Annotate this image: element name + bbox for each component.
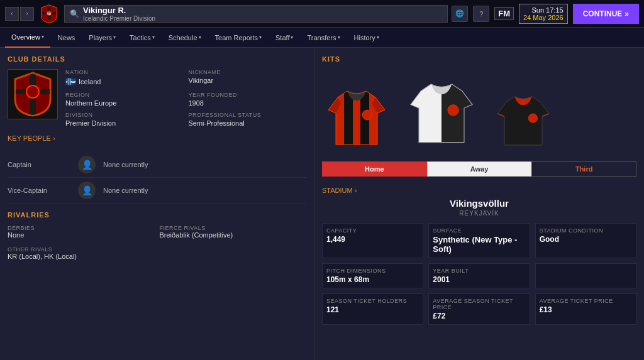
nav-back-button[interactable]: ‹ — [5, 7, 19, 21]
chevron-down-icon: ▾ — [338, 35, 340, 40]
people-section: Captain 👤 None currently Vice-Captain 👤 … — [8, 152, 306, 204]
third-kit-item — [492, 85, 555, 154]
nav-history[interactable]: History ▾ — [348, 28, 386, 48]
captain-avatar: 👤 — [78, 156, 96, 173]
away-kit-item — [404, 69, 479, 154]
date-display: 24 May 2026 — [523, 14, 564, 21]
left-panel: CLUB DETAILS NATION 🇮🇸 Iceland — [0, 48, 314, 360]
other-rivals-block: OTHER RIVALS KR (Local), HK (Local) — [8, 246, 306, 260]
stadium-link[interactable]: STADIUM › — [322, 187, 357, 194]
svg-text:VR: VR — [47, 12, 52, 15]
kit-tab-away[interactable]: Away — [427, 161, 532, 177]
nation-value: 🇮🇸 Iceland — [65, 77, 184, 87]
chevron-down-icon: ▾ — [199, 35, 201, 40]
division-field: DIVISION Premier Division — [65, 112, 184, 127]
top-bar: ‹ › VR 🔍 Vikingur R. Icelandic Premier D… — [0, 0, 644, 28]
svg-point-12 — [528, 114, 538, 123]
captain-row: Captain 👤 None currently — [8, 152, 306, 178]
professional-status-field: PROFESSIONAL STATUS Semi-Professional — [189, 112, 307, 127]
nation-field: NATION 🇮🇸 Iceland — [65, 69, 184, 87]
avg-ticket-block: AVERAGE TICKET PRICE £13 — [535, 293, 636, 325]
svg-point-6 — [26, 85, 39, 98]
surface-block: SURFACE Synthetic (New Type - Soft) — [428, 223, 530, 258]
chevron-down-icon: ▾ — [152, 35, 155, 40]
chevron-down-icon: ▾ — [291, 35, 293, 40]
kits-display — [322, 69, 636, 154]
club-details-title: CLUB DETAILS — [8, 55, 306, 63]
nav-overview[interactable]: Overview ▾ — [5, 28, 50, 48]
stadium-stats-grid: CAPACITY 1,449 SURFACE Synthetic (New Ty… — [322, 223, 636, 325]
kit-tab-third[interactable]: Third — [531, 161, 636, 177]
right-panel: KITS — [314, 48, 644, 360]
season-ticket-holders-block: SEASON TICKET HOLDERS 121 — [322, 293, 423, 325]
rivalries-section: RIVALRIES DERBIES None FIERCE RIVALS Bre… — [8, 211, 306, 260]
globe-button[interactable]: 🌐 — [452, 6, 468, 22]
pitch-dimensions-block: PITCH DIMENSIONS 105m x 68m — [322, 263, 423, 288]
date-time: Sun 17:15 24 May 2026 — [519, 4, 568, 24]
year-built-block: YEAR BUILT 2001 — [428, 263, 530, 288]
nickname-field: NICKNAME Vikingar — [189, 69, 307, 87]
fierce-rivals-block: FIERCE RIVALS Breiðablik (Competitive) — [160, 225, 307, 239]
details-fields: NATION 🇮🇸 Iceland NICKNAME Vikingar REGI… — [65, 69, 306, 127]
iceland-flag: 🇮🇸 — [65, 77, 76, 87]
nav-forward-button[interactable]: › — [20, 7, 34, 21]
search-icon: 🔍 — [70, 9, 79, 18]
nav-staff[interactable]: Staff ▾ — [269, 28, 299, 48]
svg-point-11 — [448, 105, 458, 116]
search-bar[interactable]: 🔍 Vikingur R. Icelandic Premier Division — [64, 5, 448, 23]
vice-captain-avatar: 👤 — [78, 182, 96, 199]
main-content: CLUB DETAILS NATION 🇮🇸 Iceland — [0, 48, 644, 360]
stadium-section: STADIUM › Vikingsvöllur REYKJAVÍK CAPACI… — [322, 187, 636, 325]
club-badge: VR — [38, 3, 60, 25]
condition-block: STADIUM CONDITION Good — [535, 223, 636, 258]
kit-tab-bar: Home Away Third — [322, 161, 636, 177]
svg-point-9 — [362, 110, 372, 120]
chevron-down-icon: ▾ — [42, 34, 44, 40]
club-details-grid: NATION 🇮🇸 Iceland NICKNAME Vikingar REGI… — [8, 69, 306, 127]
vice-captain-row: Vice-Captain 👤 None currently — [8, 178, 306, 204]
svg-rect-7 — [344, 79, 353, 154]
year-founded-field: YEAR FOUNDED 1908 — [189, 92, 307, 107]
kits-section: KITS — [322, 55, 636, 177]
nav-tactics[interactable]: Tactics ▾ — [123, 28, 161, 48]
stadium-city: REYKJAVÍK — [322, 210, 636, 217]
nav-news[interactable]: News — [52, 28, 82, 48]
svg-rect-10 — [441, 70, 479, 153]
kit-tab-home[interactable]: Home — [322, 161, 427, 177]
club-logo — [8, 69, 58, 119]
nav-players[interactable]: Players ▾ — [82, 28, 122, 48]
stadium-name: Vikingsvöllur — [322, 198, 636, 209]
top-bar-right: 🌐 ? FM Sun 17:15 24 May 2026 CONTINUE » — [452, 4, 639, 24]
derbies-block: DERBIES None — [8, 225, 155, 239]
nav-bar: Overview ▾ News Players ▾ Tactics ▾ Sche… — [0, 28, 644, 48]
club-name: Vikingur R. — [83, 6, 155, 15]
time-display: Sun 17:15 — [523, 6, 564, 14]
nav-arrows: ‹ › — [5, 7, 34, 21]
nav-transfers[interactable]: Transfers ▾ — [301, 28, 346, 48]
region-field: REGION Northern Europe — [65, 92, 184, 107]
chevron-down-icon: ▾ — [377, 35, 379, 40]
capacity-block: CAPACITY 1,449 — [322, 223, 423, 258]
key-people-link[interactable]: KEY PEOPLE › — [8, 134, 306, 142]
home-kit-item — [322, 79, 391, 154]
club-league: Icelandic Premier Division — [83, 15, 155, 22]
chevron-down-icon: ▾ — [113, 35, 116, 40]
kits-title: KITS — [322, 55, 636, 63]
rivalries-grid: DERBIES None FIERCE RIVALS Breiðablik (C… — [8, 225, 306, 239]
nav-schedule[interactable]: Schedule ▾ — [162, 28, 208, 48]
continue-button[interactable]: CONTINUE » — [573, 4, 639, 24]
chevron-down-icon: ▾ — [259, 35, 262, 40]
fm-logo: FM — [494, 7, 514, 20]
empty-block — [535, 263, 636, 288]
nav-team-reports[interactable]: Team Reports ▾ — [209, 28, 268, 48]
rivalries-title: RIVALRIES — [8, 211, 306, 219]
help-button[interactable]: ? — [473, 6, 489, 22]
avg-season-ticket-block: AVERAGE SEASON TICKET PRICE £72 — [428, 293, 530, 325]
